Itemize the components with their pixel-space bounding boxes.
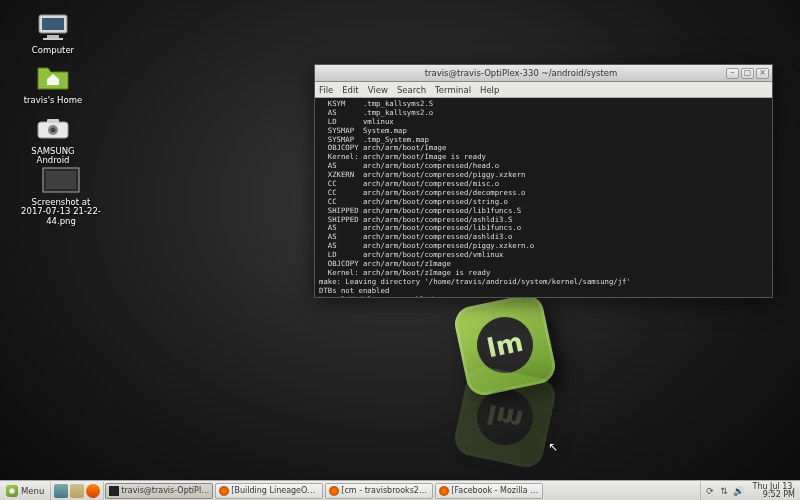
desktop-icon-label: Computer	[18, 46, 88, 55]
desktop-icon-screenshot[interactable]: Screenshot at 2017-07-13 21-22-44.png	[18, 164, 104, 226]
firefox-icon	[219, 486, 229, 496]
window-minimize-button[interactable]: –	[726, 68, 739, 79]
window-maximize-button[interactable]: ▢	[741, 68, 754, 79]
window-titlebar[interactable]: travis@travis-OptiPlex-330 ~/android/sys…	[315, 65, 772, 82]
terminal-output[interactable]: KSYM .tmp_kallsyms2.S AS .tmp_kallsyms2.…	[315, 98, 772, 297]
window-title: travis@travis-OptiPlex-330 ~/android/sys…	[318, 68, 724, 78]
firefox-icon	[439, 486, 449, 496]
menu-search[interactable]: Search	[397, 85, 426, 95]
mint-menu-icon: ◉	[6, 485, 18, 497]
tray-update-icon[interactable]: ⟳	[705, 485, 716, 496]
show-desktop-icon[interactable]	[54, 484, 68, 498]
desktop-icon-home[interactable]: travis's Home	[18, 62, 88, 105]
terminal-menubar: File Edit View Search Terminal Help	[315, 82, 772, 98]
svg-rect-2	[47, 35, 59, 38]
taskbar: ◉ Menu travis@travis-OptiPle... [Buildin…	[0, 480, 800, 500]
desktop-icon-computer[interactable]: Computer	[18, 12, 88, 55]
taskbar-item-label: [Building LineageOS ...	[231, 486, 319, 495]
menu-terminal[interactable]: Terminal	[435, 85, 471, 95]
svg-rect-7	[47, 119, 59, 123]
desktop-icon-samsung-android[interactable]: SAMSUNG Android	[18, 113, 88, 166]
taskbar-item-label: travis@travis-OptiPle...	[121, 486, 209, 495]
svg-point-6	[51, 128, 56, 133]
taskbar-item-label: [cm - travisbrooks201...	[341, 486, 429, 495]
system-tray: ⟳ ⇅ 🔊	[700, 482, 748, 500]
folder-home-icon	[33, 62, 73, 94]
tray-network-icon[interactable]: ⇅	[719, 485, 730, 496]
menu-view[interactable]: View	[368, 85, 388, 95]
menu-file[interactable]: File	[319, 85, 333, 95]
taskbar-window-list: travis@travis-OptiPle... [Building Linea…	[104, 482, 699, 500]
start-menu-label: Menu	[21, 486, 44, 496]
desktop-icon-label: Screenshot at 2017-07-13 21-22-44.png	[18, 198, 104, 226]
taskbar-clock[interactable]: Thu Jul 13, 9:52 PM	[748, 483, 801, 499]
clock-time: 9:52 PM	[753, 491, 796, 499]
firefox-icon	[329, 486, 339, 496]
menu-edit[interactable]: Edit	[342, 85, 358, 95]
quick-launch-files-icon[interactable]	[70, 484, 84, 498]
taskbar-item-browser-1[interactable]: [Building LineageOS ...	[215, 483, 323, 499]
terminal-window[interactable]: travis@travis-OptiPlex-330 ~/android/sys…	[314, 64, 773, 298]
desktop-icon-label: travis's Home	[18, 96, 88, 105]
taskbar-item-label: [Facebook - Mozilla Fir...	[451, 486, 539, 495]
taskbar-item-terminal[interactable]: travis@travis-OptiPle...	[105, 483, 213, 499]
start-menu-button[interactable]: ◉ Menu	[0, 482, 51, 500]
desktop-icon-label: SAMSUNG Android	[18, 147, 88, 166]
taskbar-item-browser-3[interactable]: [Facebook - Mozilla Fir...	[435, 483, 543, 499]
taskbar-item-browser-2[interactable]: [cm - travisbrooks201...	[325, 483, 433, 499]
terminal-icon	[109, 486, 119, 496]
tray-volume-icon[interactable]: 🔊	[733, 485, 744, 496]
menu-help[interactable]: Help	[480, 85, 499, 95]
window-close-button[interactable]: ×	[756, 68, 769, 79]
svg-rect-9	[46, 171, 76, 189]
quick-launch	[51, 482, 104, 500]
quick-launch-firefox-icon[interactable]	[86, 484, 100, 498]
svg-rect-1	[42, 18, 64, 30]
mouse-cursor-icon: ↖	[548, 440, 558, 454]
svg-rect-3	[43, 38, 63, 40]
image-thumbnail-icon	[41, 164, 81, 196]
camera-device-icon	[33, 113, 73, 145]
computer-icon	[33, 12, 73, 44]
